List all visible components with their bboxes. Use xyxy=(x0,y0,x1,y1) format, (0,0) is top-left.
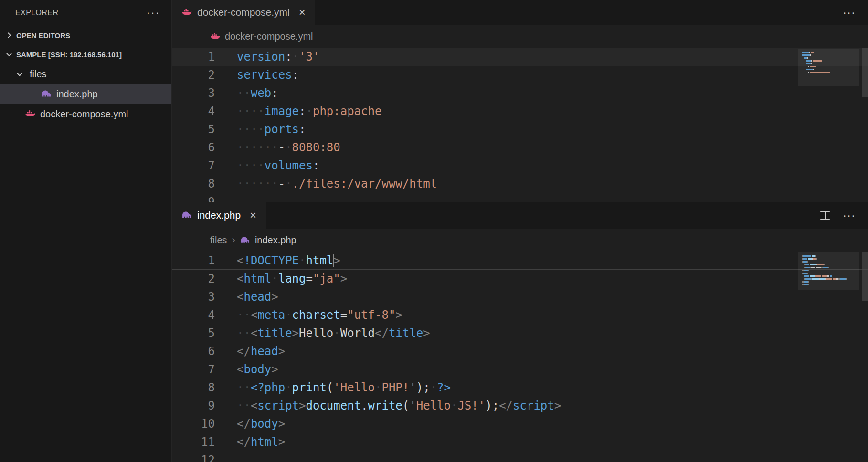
code-line[interactable]: 11</html> xyxy=(172,433,868,451)
code-token: < xyxy=(237,272,243,285)
section-label: SAMPLE [SSH: 192.168.56.101] xyxy=(16,51,122,59)
code-token: title xyxy=(389,326,423,340)
line-number: 10 xyxy=(172,415,215,433)
code-text: ····ports: xyxy=(237,120,306,138)
line-number: 8 xyxy=(172,378,215,397)
explorer-header: EXPLORER ··· xyxy=(0,0,171,26)
code-token: body xyxy=(251,417,278,430)
split-editor-icon[interactable] xyxy=(820,211,830,220)
minimap-line xyxy=(802,284,856,285)
editor-actions: ··· xyxy=(843,0,868,25)
php-icon xyxy=(181,210,192,220)
code-token: Hello xyxy=(299,326,333,340)
code-text: version:·'3' xyxy=(237,48,319,66)
code-token: = xyxy=(306,272,313,285)
code-token: lang xyxy=(278,272,306,285)
minimap-line xyxy=(802,264,856,265)
line-number: 5 xyxy=(172,120,215,138)
tab-label: docker-compose.yml xyxy=(197,7,290,18)
scrollbar[interactable] xyxy=(862,48,868,97)
code-line[interactable]: 8······-·./files:/var/www/html xyxy=(172,175,868,193)
code-line[interactable]: 2<html·lang="ja"> xyxy=(172,270,868,288)
code-line[interactable]: 3<head> xyxy=(172,288,868,306)
line-number: 12 xyxy=(172,451,215,462)
code-line[interactable]: 5····ports: xyxy=(172,120,868,138)
code-token: image xyxy=(265,105,299,118)
code-line[interactable]: 6······-·8080:80 xyxy=(172,138,868,157)
explorer-title: EXPLORER xyxy=(15,9,58,17)
more-actions-icon[interactable]: ··· xyxy=(147,10,160,15)
breadcrumb-item[interactable]: index.php xyxy=(255,235,296,246)
code-line[interactable]: 6</head> xyxy=(172,342,868,360)
line-number: 7 xyxy=(172,360,215,378)
code-line[interactable]: 5··<title>Hello·World</title> xyxy=(172,324,868,342)
code-line[interactable]: 12 xyxy=(172,451,868,462)
code-line[interactable]: 2services: xyxy=(172,66,868,84)
minimap-line xyxy=(802,52,856,53)
code-token: meta xyxy=(257,308,285,322)
code-line[interactable]: 1<!DOCTYPE·html> xyxy=(172,252,868,270)
tree-item-files[interactable]: files xyxy=(0,64,171,84)
code-token: > xyxy=(333,254,340,267)
code-line[interactable]: 9 xyxy=(172,193,868,202)
section-workspace[interactable]: SAMPLE [SSH: 192.168.56.101] xyxy=(0,45,171,64)
line-number: 9 xyxy=(172,193,215,202)
minimap-line xyxy=(802,60,856,62)
code-token: "utf-8" xyxy=(347,308,395,322)
tree-item-docker-compose-yml[interactable]: docker-compose.yml xyxy=(0,104,171,124)
code-line[interactable]: 4····image:·php:apache xyxy=(172,102,868,120)
code-token: print xyxy=(292,381,327,394)
vscode-window: EXPLORER ··· OPEN EDITORS SAMPLE [SSH: 1… xyxy=(0,0,868,462)
close-icon[interactable]: × xyxy=(299,6,306,19)
minimap[interactable] xyxy=(802,52,856,76)
code-token: < xyxy=(237,363,243,376)
code-line[interactable]: 4··<meta·charset="utf-8"> xyxy=(172,306,868,324)
tab-docker-compose-yml[interactable]: docker-compose.yml × xyxy=(172,0,315,25)
code-line[interactable]: 8··<?php·print('Hello·PHP!');·?> xyxy=(172,378,868,397)
line-number: 2 xyxy=(172,270,215,288)
minimap-line xyxy=(802,261,856,262)
code-line[interactable]: 1version:·'3' xyxy=(172,48,868,66)
chevron-down-icon xyxy=(14,69,25,79)
more-actions-icon[interactable]: ··· xyxy=(843,213,856,218)
code-token: html xyxy=(306,254,334,267)
line-number: 5 xyxy=(172,324,215,342)
minimap-line xyxy=(802,273,856,274)
code-token: ( xyxy=(402,399,409,412)
code-token: !DOCTYPE xyxy=(243,254,299,267)
tab-index-php[interactable]: index.php × xyxy=(172,202,266,229)
breadcrumb-item[interactable]: files xyxy=(210,235,227,246)
code-token: ports xyxy=(265,123,299,136)
section-open-editors[interactable]: OPEN EDITORS xyxy=(0,26,171,45)
code-line[interactable]: 9··<script>document.write('Hello·JS!');<… xyxy=(172,397,868,415)
code-area[interactable]: 1version:·'3'2services:3··web:4····image… xyxy=(172,48,868,202)
breadcrumb: files›index.php xyxy=(172,229,868,252)
code-token: : xyxy=(292,68,299,82)
minimap-line xyxy=(802,270,856,271)
tree-item-index-php[interactable]: index.php xyxy=(0,84,171,104)
code-token: write xyxy=(368,399,402,412)
code-token: ···· xyxy=(237,105,265,118)
code-line[interactable]: 3··web: xyxy=(172,84,868,102)
code-line[interactable]: 7<body> xyxy=(172,360,868,378)
code-line[interactable]: 10</body> xyxy=(172,415,868,433)
code-token: charset xyxy=(292,308,340,322)
code-token: script xyxy=(513,399,554,412)
code-token: ······ xyxy=(237,141,278,154)
code-token: services xyxy=(237,68,292,82)
code-token: </ xyxy=(237,417,251,430)
code-token: ( xyxy=(327,381,333,394)
close-icon[interactable]: × xyxy=(250,209,256,222)
minimap[interactable] xyxy=(802,255,856,288)
minimap-line xyxy=(802,66,856,67)
code-text: ··<title>Hello·World</title> xyxy=(237,324,430,342)
code-token: - xyxy=(278,141,285,154)
breadcrumb-item[interactable]: docker-compose.yml xyxy=(225,31,313,42)
more-actions-icon[interactable]: ··· xyxy=(843,10,856,15)
tree-item-label: index.php xyxy=(56,89,98,100)
code-line[interactable]: 7····volumes: xyxy=(172,157,868,175)
code-token: </ xyxy=(375,326,389,340)
minimap-line xyxy=(802,69,856,70)
code-area[interactable]: 1<!DOCTYPE·html>2<html·lang="ja">3<head>… xyxy=(172,252,868,462)
scrollbar[interactable] xyxy=(862,252,868,301)
